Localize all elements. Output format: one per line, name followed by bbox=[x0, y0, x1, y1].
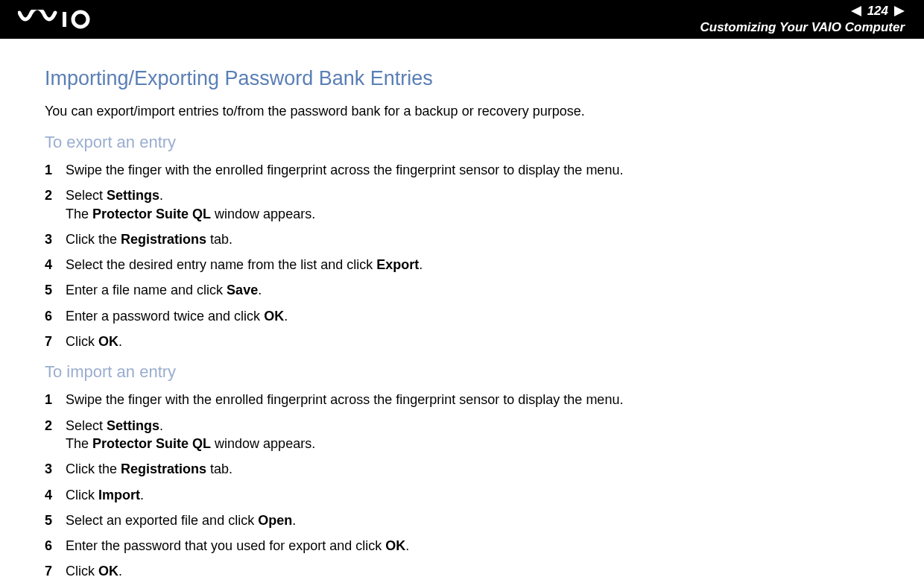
page-number: 124 bbox=[867, 4, 888, 19]
step-text: Swipe the finger with the enrolled finge… bbox=[66, 391, 879, 409]
step-text: Select the desired entry name from the l… bbox=[66, 256, 879, 274]
section-heading: To import an entry bbox=[45, 362, 879, 382]
nav-next-icon[interactable] bbox=[894, 6, 905, 16]
step-text: Swipe the finger with the enrolled finge… bbox=[66, 161, 879, 179]
step-number: 3 bbox=[45, 460, 66, 478]
step-number: 3 bbox=[45, 230, 66, 248]
page-nav: 124 bbox=[700, 4, 905, 19]
step-item: 3Click the Registrations tab. bbox=[45, 230, 879, 248]
step-item: 7Click OK. bbox=[45, 562, 879, 580]
step-item: 6Enter the password that you used for ex… bbox=[45, 537, 879, 555]
step-item: 7Click OK. bbox=[45, 332, 879, 350]
step-item: 6Enter a password twice and click OK. bbox=[45, 307, 879, 325]
step-text: Select Settings.The Protector Suite QL w… bbox=[66, 417, 879, 453]
step-list: 1Swipe the finger with the enrolled fing… bbox=[45, 391, 879, 580]
step-text: Enter a password twice and click OK. bbox=[66, 307, 879, 325]
header-right: 124 Customizing Your VAIO Computer bbox=[700, 4, 909, 35]
step-item: 4Select the desired entry name from the … bbox=[45, 256, 879, 274]
step-number: 6 bbox=[45, 537, 66, 555]
step-text: Select Settings.The Protector Suite QL w… bbox=[66, 186, 879, 223]
step-text: Click OK. bbox=[66, 562, 879, 580]
step-number: 4 bbox=[45, 486, 66, 504]
page-title: Importing/Exporting Password Bank Entrie… bbox=[45, 67, 879, 90]
step-item: 5Enter a file name and click Save. bbox=[45, 281, 879, 299]
page-header: 124 Customizing Your VAIO Computer bbox=[0, 0, 924, 39]
step-text: Click Import. bbox=[66, 486, 879, 504]
page-content: Importing/Exporting Password Bank Entrie… bbox=[0, 39, 924, 580]
step-text: Enter a file name and click Save. bbox=[66, 281, 879, 299]
step-number: 5 bbox=[45, 511, 66, 529]
step-item: 2Select Settings.The Protector Suite QL … bbox=[45, 186, 879, 223]
vaio-logo-svg bbox=[18, 10, 100, 29]
nav-prev-icon[interactable] bbox=[851, 6, 861, 16]
step-text: Enter the password that you used for exp… bbox=[66, 537, 879, 555]
step-number: 1 bbox=[45, 391, 66, 409]
step-item: 2Select Settings.The Protector Suite QL … bbox=[45, 417, 879, 453]
step-number: 7 bbox=[45, 332, 66, 350]
step-text: Click the Registrations tab. bbox=[66, 460, 879, 478]
step-text: Click OK. bbox=[66, 332, 879, 350]
section-heading: To export an entry bbox=[45, 133, 879, 152]
intro-text: You can export/import entries to/from th… bbox=[45, 104, 879, 119]
step-item: 4Click Import. bbox=[45, 486, 879, 504]
step-number: 6 bbox=[45, 307, 66, 325]
step-number: 5 bbox=[45, 281, 66, 299]
step-item: 1Swipe the finger with the enrolled fing… bbox=[45, 391, 879, 409]
svg-rect-0 bbox=[63, 12, 66, 27]
step-list: 1Swipe the finger with the enrolled fing… bbox=[45, 161, 879, 350]
step-item: 3Click the Registrations tab. bbox=[45, 460, 879, 478]
step-number: 2 bbox=[45, 417, 66, 435]
step-text: Select an exported file and click Open. bbox=[66, 511, 879, 529]
step-number: 2 bbox=[45, 186, 66, 204]
svg-point-1 bbox=[73, 12, 88, 27]
step-number: 7 bbox=[45, 562, 66, 580]
vaio-logo bbox=[18, 10, 100, 29]
step-item: 5Select an exported file and click Open. bbox=[45, 511, 879, 529]
step-item: 1Swipe the finger with the enrolled fing… bbox=[45, 161, 879, 179]
step-text: Click the Registrations tab. bbox=[66, 230, 879, 248]
step-number: 4 bbox=[45, 256, 66, 274]
step-number: 1 bbox=[45, 161, 66, 179]
header-subtitle: Customizing Your VAIO Computer bbox=[700, 20, 905, 35]
